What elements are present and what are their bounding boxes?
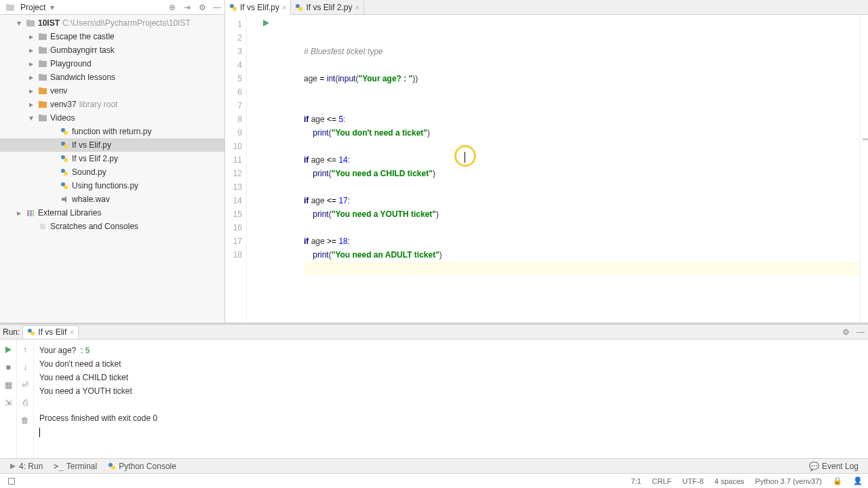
chevron-right-icon[interactable]: ▸ (27, 33, 35, 41)
hide-icon[interactable]: — (212, 3, 222, 12)
chevron-right-icon[interactable]: ▸ (15, 209, 23, 217)
trash-icon[interactable]: 🗑 (20, 415, 30, 425)
code-line[interactable] (304, 85, 860, 99)
tree-item[interactable]: ▸venv37library root (0, 98, 224, 111)
code-line[interactable]: print("You don't need a ticket") (304, 126, 860, 140)
gear-icon[interactable]: ⚙ (841, 327, 850, 337)
gear-icon[interactable]: ⚙ (197, 3, 207, 12)
editor-tab[interactable]: If vs Elif 2.py× (291, 0, 363, 15)
tree-item[interactable]: function with return.py (0, 125, 224, 138)
editor-tabs: If vs Elif.py×If vs Elif 2.py× (225, 0, 868, 15)
code-line[interactable]: if age <= 5: (304, 113, 860, 126)
svg-rect-12 (39, 88, 47, 94)
chevron-right-icon[interactable]: ▸ (27, 100, 35, 108)
tree-item-label: External Libraries (38, 208, 101, 218)
status-indicator-icon[interactable] (8, 478, 15, 485)
chevron-right-icon[interactable]: ▸ (27, 87, 35, 95)
code-line[interactable]: if age >= 18: (304, 235, 860, 248)
close-icon[interactable]: × (69, 328, 73, 336)
close-icon[interactable]: × (282, 3, 286, 12)
inspections-icon[interactable]: 👤 (853, 476, 863, 485)
tree-item[interactable]: Using functions.py (0, 179, 224, 192)
chevron-down-icon[interactable]: ▾ (48, 3, 56, 12)
svg-point-19 (64, 131, 68, 135)
svg-rect-16 (39, 115, 47, 121)
tree-item[interactable]: If vs Elif 2.py (0, 152, 224, 165)
chevron-right-icon[interactable] (49, 168, 57, 176)
chevron-right-icon[interactable] (27, 222, 35, 230)
exit-icon[interactable]: ⇲ (3, 398, 13, 407)
close-icon[interactable]: × (355, 3, 359, 12)
tree-item[interactable]: ▸Gumbayngirr task (0, 43, 224, 57)
code-line[interactable] (304, 99, 860, 113)
code-line[interactable]: print("You need an ADULT ticket") (304, 248, 860, 262)
scratch-icon (37, 221, 48, 232)
code-line[interactable] (304, 180, 860, 194)
tree-item[interactable]: ▸Playground (0, 57, 224, 70)
cursor-position[interactable]: 7:1 (631, 477, 641, 485)
tree-item[interactable]: ▸Escape the castle (0, 30, 224, 43)
down-icon[interactable]: ↓ (20, 363, 30, 372)
python-console-button[interactable]: Python Console (102, 460, 182, 473)
tree-item[interactable]: ▸Sandwich lessons (0, 70, 224, 84)
chevron-right-icon[interactable] (49, 182, 57, 190)
chevron-down-icon[interactable]: ▾ (15, 19, 23, 27)
lock-icon[interactable]: 🔒 (833, 476, 842, 485)
tree-item[interactable]: Sound.py (0, 165, 224, 179)
chevron-down-icon[interactable]: ▾ (27, 114, 35, 122)
tree-item-label: Using functions.py (72, 181, 138, 190)
run-tab[interactable]: If vs Elif × (22, 325, 78, 339)
svg-rect-13 (39, 87, 42, 89)
interpreter[interactable]: Python 3.7 (venv37) (755, 477, 822, 485)
tree-item[interactable]: Scratches and Consoles (0, 220, 224, 233)
code-line[interactable]: if age <= 14: (304, 153, 860, 167)
tree-item[interactable]: ▸venv (0, 84, 224, 98)
event-log-button[interactable]: 💬 Event Log (804, 460, 864, 473)
collapse-icon[interactable]: ⇥ (182, 3, 192, 12)
code-line[interactable] (304, 221, 860, 235)
tree-root[interactable]: ▾ 10IST C:\Users\di\PycharmProjects\10IS… (0, 16, 224, 30)
minimap[interactable] (860, 15, 868, 323)
svg-rect-9 (39, 60, 42, 62)
indent[interactable]: 4 spaces (715, 477, 745, 485)
code-line[interactable]: # Bluesfest ticket type (304, 45, 860, 58)
code-line[interactable] (304, 262, 860, 275)
encoding[interactable]: UTF-8 (682, 477, 703, 485)
chevron-right-icon[interactable] (49, 155, 57, 163)
layout-icon[interactable]: ▦ (3, 380, 13, 390)
code-line[interactable]: if age <= 17: (304, 194, 860, 207)
code-line[interactable] (304, 140, 860, 153)
code-editor[interactable]: # Bluesfest ticket type age = int(input(… (285, 15, 860, 323)
run-icon[interactable] (3, 345, 13, 354)
svg-rect-2 (26, 20, 35, 26)
line-separator[interactable]: CRLF (652, 477, 672, 485)
code-line[interactable]: print("You need a CHILD ticket") (304, 167, 860, 180)
wrap-icon[interactable]: ⏎ (20, 380, 30, 390)
tree-item[interactable]: ▸External Libraries (0, 206, 224, 220)
hide-icon[interactable]: — (856, 327, 865, 337)
target-icon[interactable]: ⊕ (167, 3, 177, 12)
code-line[interactable]: age = int(input("Your age? : ")) (304, 72, 860, 85)
print-icon[interactable]: ⎙ (20, 398, 30, 407)
chevron-right-icon[interactable]: ▸ (27, 73, 35, 81)
chevron-right-icon[interactable] (49, 141, 57, 149)
tree-item[interactable]: whale.wav (0, 192, 224, 206)
tree-item[interactable]: If vs Elif.py (0, 138, 224, 152)
svg-point-35 (298, 7, 302, 11)
chevron-right-icon[interactable]: ▸ (27, 46, 35, 54)
run-output[interactable]: Your age? : 5You don't need a ticketYou … (34, 340, 868, 458)
chevron-right-icon[interactable] (49, 127, 57, 136)
code-line[interactable] (304, 275, 860, 289)
chevron-right-icon[interactable] (49, 195, 57, 203)
terminal-button[interactable]: >_ Terminal (48, 460, 102, 473)
editor-tab[interactable]: If vs Elif.py× (225, 0, 291, 15)
stop-icon[interactable]: ■ (3, 363, 13, 372)
project-tree[interactable]: ▾ 10IST C:\Users\di\PycharmProjects\10IS… (0, 15, 224, 323)
code-line[interactable] (304, 58, 860, 72)
up-icon[interactable]: ↑ (20, 345, 30, 354)
code-line[interactable]: print("You need a YOUTH ticket") (304, 207, 860, 221)
tree-item[interactable]: ▾Videos (0, 111, 224, 125)
chevron-right-icon[interactable]: ▸ (27, 60, 35, 68)
run-gutter-icon[interactable] (262, 19, 270, 27)
run-tool-button[interactable]: 4: Run (4, 460, 48, 473)
